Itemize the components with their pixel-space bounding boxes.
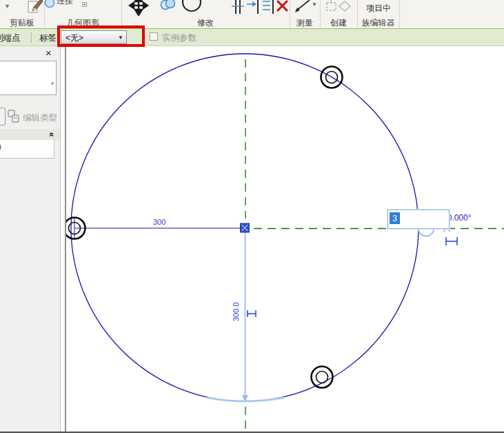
center-point-handle[interactable] xyxy=(241,223,250,232)
panel-border xyxy=(60,46,61,432)
dimension-horizontal-value[interactable]: 300 xyxy=(153,218,165,226)
panel-separator xyxy=(399,0,400,28)
trim-icon[interactable] xyxy=(247,0,262,14)
delete-icon[interactable] xyxy=(276,0,288,12)
properties-filter-button[interactable] xyxy=(0,108,6,125)
collapse-chevron-icon[interactable]: « xyxy=(47,132,57,137)
small-geometry-icon[interactable]: ⊞ xyxy=(81,0,88,9)
join-label[interactable]: 连接 xyxy=(57,0,73,7)
properties-panel xyxy=(0,46,61,432)
dimension-edit-selected-text: 3 xyxy=(390,212,400,224)
panel-close-icon[interactable]: × xyxy=(46,47,52,59)
red-highlight-box xyxy=(57,26,145,47)
rotate-icon[interactable] xyxy=(180,0,203,14)
panel-label-measure: 测量 xyxy=(290,17,320,28)
make-permanent-dim-icon[interactable] xyxy=(248,310,256,317)
align-icon[interactable] xyxy=(232,0,245,14)
move-icon[interactable] xyxy=(128,0,149,16)
hole-marker-bottom[interactable] xyxy=(312,367,333,388)
type-selector-arrow-icon[interactable]: ▼ xyxy=(50,81,55,87)
to-endpoint-label: 到端点 xyxy=(0,32,21,44)
panel-label-family-editor: 族编辑器 xyxy=(357,17,399,28)
drawing-canvas[interactable]: 300 300.0 xyxy=(66,46,504,432)
tag-label: 标签 xyxy=(39,32,57,44)
options-separator xyxy=(31,32,32,43)
create-group-icon[interactable] xyxy=(325,0,353,14)
dimension-edit-input[interactable]: 3 xyxy=(387,210,450,229)
measure-dropdown-arrow[interactable]: ▼ xyxy=(312,1,317,8)
panel-label-create: 创建 xyxy=(320,17,357,28)
join-geometry-icon[interactable] xyxy=(44,0,55,8)
parameter-value-text: 0 xyxy=(0,143,1,152)
edit-type-icon xyxy=(8,110,20,123)
dimension-vertical-value[interactable]: 300.0 xyxy=(232,302,240,321)
ribbon: 剪贴板 几何图形 修改 测量 创建 族编辑器 ▼ 连接 ⊞ xyxy=(0,0,504,28)
instance-parameter-checkbox[interactable] xyxy=(150,32,158,41)
chevron-down-icon[interactable]: ▼ xyxy=(4,3,10,10)
parameter-value-cell[interactable] xyxy=(0,140,54,159)
panel-label-clipboard: 剪贴板 xyxy=(0,17,44,28)
copy-icon[interactable] xyxy=(159,0,177,12)
window-bottom-edge xyxy=(0,432,504,433)
measure-icon[interactable] xyxy=(294,0,312,14)
panel-label-modify: 修改 xyxy=(121,17,290,28)
load-into-project-button[interactable]: 项目中 xyxy=(358,3,399,14)
type-selector[interactable] xyxy=(0,61,57,95)
match-properties-icon[interactable] xyxy=(26,0,44,14)
make-permanent-angle-icon[interactable] xyxy=(446,237,457,245)
edit-type-button[interactable]: 编辑类型 xyxy=(23,112,57,124)
split-icon[interactable] xyxy=(262,0,277,14)
instance-parameter-label: 实例参数 xyxy=(162,32,196,44)
